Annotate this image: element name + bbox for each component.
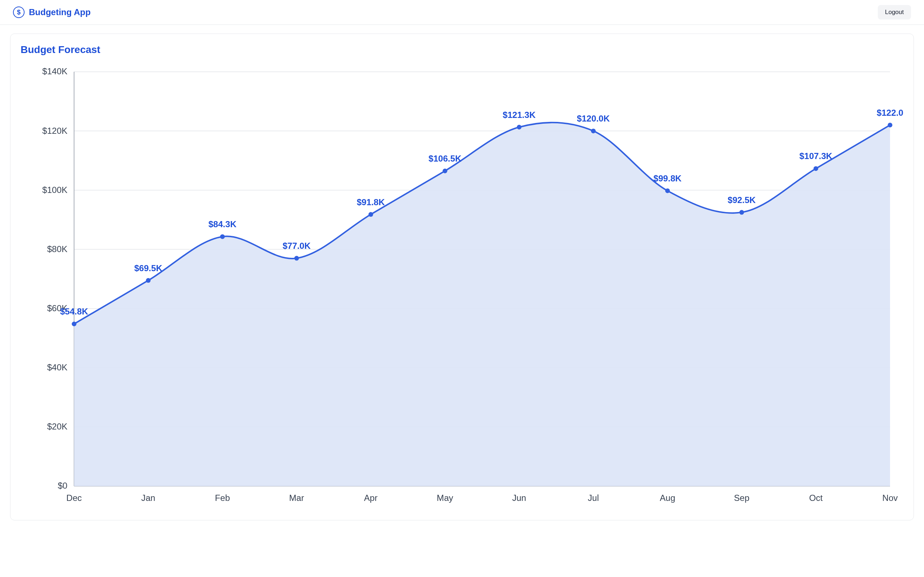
- data-point: [665, 188, 670, 193]
- x-tick-label: Feb: [215, 493, 230, 503]
- data-point-label: $106.5K: [428, 154, 462, 163]
- y-tick-label: $120K: [42, 126, 68, 135]
- brand-link[interactable]: $ Budgeting App: [13, 6, 90, 18]
- data-point: [72, 322, 76, 326]
- data-point: [591, 129, 596, 134]
- app-header: $ Budgeting App Logout: [0, 0, 924, 25]
- forecast-card: Budget Forecast $0$20K$40K$60K$80K$100K$…: [10, 34, 914, 521]
- app-title: Budgeting App: [29, 7, 90, 17]
- data-point-label: $84.3K: [208, 219, 236, 229]
- x-tick-label: Jul: [588, 493, 599, 503]
- dollar-icon: $: [13, 6, 24, 18]
- y-tick-label: $40K: [47, 363, 67, 372]
- card-title: Budget Forecast: [21, 44, 903, 56]
- y-tick-label: $0: [58, 481, 68, 490]
- data-point: [220, 234, 225, 239]
- data-point: [443, 168, 447, 173]
- data-point: [368, 212, 373, 217]
- data-point-label: $69.5K: [134, 263, 162, 273]
- data-point-label: $91.8K: [357, 197, 385, 207]
- x-tick-label: Sep: [734, 493, 749, 503]
- y-tick-label: $80K: [47, 244, 67, 254]
- data-point-label: $92.5K: [728, 195, 756, 205]
- data-point-label: $122.0: [877, 108, 903, 118]
- logout-button[interactable]: Logout: [878, 5, 911, 19]
- y-tick-label: $20K: [47, 422, 67, 431]
- data-point-label: $120.0K: [577, 114, 610, 123]
- data-point: [146, 278, 150, 283]
- x-tick-label: Oct: [809, 493, 823, 503]
- x-tick-label: Jan: [141, 493, 155, 503]
- data-point: [739, 210, 744, 214]
- data-point-label: $121.3K: [503, 110, 536, 120]
- x-tick-label: May: [437, 493, 453, 503]
- data-point-label: $99.8K: [654, 174, 682, 183]
- x-tick-label: Mar: [289, 493, 304, 503]
- data-point-label: $107.3K: [800, 151, 833, 161]
- data-point-label: $77.0K: [283, 241, 311, 251]
- x-tick-label: Jun: [512, 493, 526, 503]
- y-tick-label: $100K: [42, 185, 68, 195]
- data-point: [814, 166, 818, 171]
- forecast-chart: $0$20K$40K$60K$80K$100K$120K$140K$54.8K$…: [21, 58, 903, 513]
- data-point-label: $54.8K: [60, 306, 88, 316]
- x-tick-label: Apr: [364, 493, 378, 503]
- x-tick-label: Aug: [660, 493, 675, 503]
- data-point: [294, 256, 299, 261]
- x-tick-label: Nov: [882, 493, 898, 503]
- data-point: [888, 122, 892, 127]
- x-tick-label: Dec: [66, 493, 82, 503]
- y-tick-label: $140K: [42, 66, 68, 76]
- series-area: [74, 122, 890, 486]
- data-point: [517, 125, 522, 129]
